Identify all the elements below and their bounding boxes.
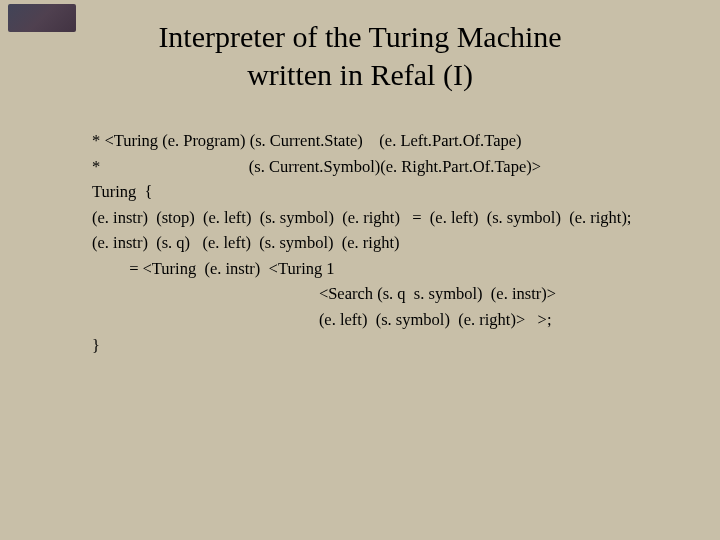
title-line-1: Interpreter of the Turing Machine bbox=[0, 18, 720, 56]
slide: Interpreter of the Turing Machine writte… bbox=[0, 0, 720, 540]
code-line: (e. instr) (s. q) (e. left) (s. symbol) … bbox=[92, 233, 399, 252]
code-line: = <Turing (e. instr) <Turing 1 bbox=[92, 259, 335, 278]
code-line: * (s. Current.Symbol)(e. Right.Part.Of.T… bbox=[92, 157, 541, 176]
code-line: } bbox=[92, 336, 100, 355]
code-line: (e. left) (s. symbol) (e. right)> >; bbox=[92, 310, 551, 329]
code-line: <Search (s. q s. symbol) (e. instr)> bbox=[92, 284, 556, 303]
code-line: (e. instr) (stop) (e. left) (s. symbol) … bbox=[92, 208, 631, 227]
code-line: * <Turing (e. Program) (s. Current.State… bbox=[92, 131, 522, 150]
slide-title: Interpreter of the Turing Machine writte… bbox=[0, 18, 720, 93]
code-line: Turing { bbox=[92, 182, 153, 201]
title-line-2: written in Refal (I) bbox=[0, 56, 720, 94]
code-body: * <Turing (e. Program) (s. Current.State… bbox=[92, 128, 660, 358]
